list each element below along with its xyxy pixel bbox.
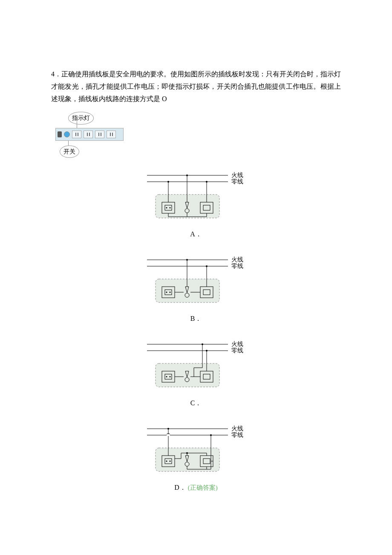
option-d-letter: D． bbox=[174, 484, 186, 491]
strip-socket-icon bbox=[95, 131, 104, 138]
svg-point-25 bbox=[166, 292, 167, 293]
power-strip-body bbox=[55, 128, 124, 141]
circuit-diagram-b: 火线 零线 bbox=[138, 253, 254, 311]
strip-switch-icon bbox=[58, 131, 62, 137]
svg-point-11 bbox=[186, 174, 188, 176]
svg-point-47 bbox=[206, 350, 208, 352]
svg-point-72 bbox=[186, 452, 188, 454]
svg-point-13 bbox=[206, 181, 208, 183]
option-label-c: C． bbox=[190, 397, 202, 410]
svg-point-31 bbox=[186, 259, 188, 261]
neutral-label: 零线 bbox=[231, 432, 243, 438]
svg-point-49 bbox=[202, 343, 203, 345]
strip-socket-icon bbox=[72, 131, 81, 138]
strip-socket-icon bbox=[84, 131, 93, 138]
correct-answer-text: (正确答案) bbox=[188, 484, 218, 491]
option-b: 火线 零线 B． bbox=[132, 253, 260, 325]
neutral-label: 零线 bbox=[231, 263, 243, 269]
svg-point-41 bbox=[166, 376, 167, 377]
svg-point-26 bbox=[170, 292, 171, 293]
indicator-callout: 指示灯 bbox=[68, 112, 94, 124]
svg-point-67 bbox=[167, 428, 169, 430]
switch-callout: 开关 bbox=[60, 145, 79, 158]
question-number: 4 bbox=[51, 70, 55, 78]
svg-point-42 bbox=[170, 376, 171, 377]
live-label: 火线 bbox=[231, 341, 243, 347]
option-a: 火线 零线 A． bbox=[132, 169, 260, 241]
option-label-d: D． (正确答案) bbox=[174, 482, 218, 494]
neutral-label: 零线 bbox=[231, 347, 243, 354]
leader-line-top bbox=[77, 121, 77, 128]
option-label-b: B． bbox=[190, 313, 202, 325]
options-container: 火线 零线 A． bbox=[51, 169, 341, 494]
svg-point-61 bbox=[170, 460, 171, 462]
svg-rect-66 bbox=[167, 434, 170, 436]
svg-point-33 bbox=[206, 265, 208, 267]
circuit-diagram-c: 火线 零线 bbox=[138, 338, 254, 395]
strip-socket-icon bbox=[107, 131, 116, 138]
live-label: 火线 bbox=[231, 172, 243, 178]
question-body: ．正确使用插线板是安全用电的要求。使用如图所示的插线板时发现：只有开关闭合时，指… bbox=[51, 70, 341, 102]
circuit-diagram-d: 火线 零线 bbox=[138, 422, 254, 480]
live-label: 火线 bbox=[231, 425, 243, 432]
svg-point-6 bbox=[170, 207, 171, 209]
option-label-a: A． bbox=[190, 228, 202, 241]
svg-point-75 bbox=[210, 434, 212, 436]
svg-point-19 bbox=[167, 181, 169, 183]
neutral-label: 零线 bbox=[231, 178, 243, 185]
svg-point-60 bbox=[166, 460, 167, 462]
live-label: 火线 bbox=[231, 256, 243, 263]
question-text: 4．正确使用插线板是安全用电的要求。使用如图所示的插线板时发现：只有开关闭合时，… bbox=[51, 68, 341, 105]
circuit-diagram-a: 火线 零线 bbox=[138, 169, 254, 227]
power-strip-figure: 指示灯 开关 bbox=[51, 113, 126, 156]
option-c: 火线 零线 C． bbox=[132, 338, 260, 410]
option-d: 火线 零线 bbox=[132, 422, 260, 494]
strip-indicator-icon bbox=[64, 131, 70, 137]
svg-point-5 bbox=[166, 207, 167, 209]
